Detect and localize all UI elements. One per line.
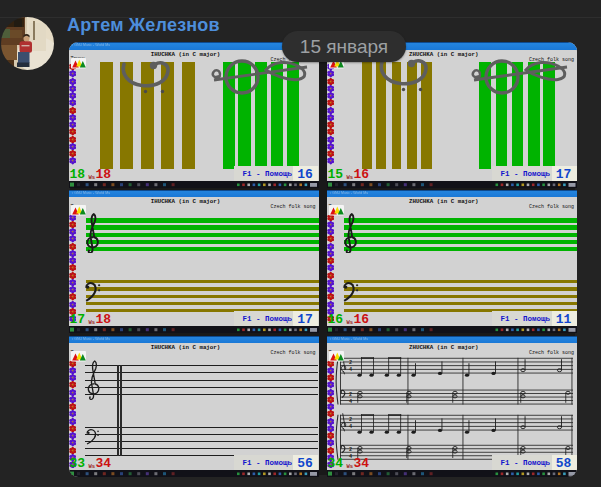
svg-text:2: 2 — [349, 360, 352, 366]
svg-text:2: 2 — [349, 392, 352, 398]
svg-text:2: 2 — [349, 417, 352, 423]
svg-text:2: 2 — [349, 447, 352, 453]
svg-text:4: 4 — [349, 398, 352, 404]
svg-text:4: 4 — [349, 424, 352, 430]
svg-text:4: 4 — [349, 454, 352, 460]
svg-text:4: 4 — [349, 367, 352, 373]
